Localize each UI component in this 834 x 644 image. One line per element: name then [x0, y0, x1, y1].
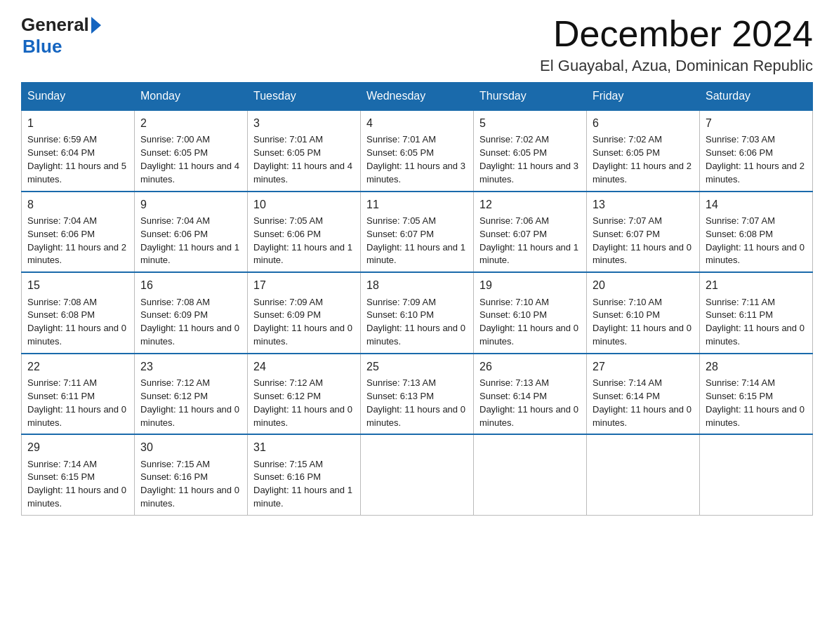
day-number: 26	[479, 358, 581, 375]
sunset-text: Sunset: 6:16 PM	[253, 471, 321, 482]
calendar-week-4: 22Sunrise: 7:11 AMSunset: 6:11 PMDayligh…	[22, 354, 813, 435]
day-number: 27	[593, 358, 694, 375]
calendar-cell: 8Sunrise: 7:04 AMSunset: 6:06 PMDaylight…	[22, 192, 135, 273]
day-number: 13	[593, 196, 694, 213]
sunset-text: Sunset: 6:07 PM	[366, 229, 434, 239]
sunrise-text: Sunrise: 7:01 AM	[253, 134, 323, 145]
sunrise-text: Sunrise: 7:05 AM	[366, 215, 436, 226]
sunrise-text: Sunrise: 7:07 AM	[706, 215, 775, 226]
sunrise-text: Sunrise: 7:09 AM	[366, 297, 436, 307]
daylight-text: Daylight: 11 hours and 1 minute.	[366, 242, 465, 266]
calendar-cell: 23Sunrise: 7:12 AMSunset: 6:12 PMDayligh…	[135, 354, 248, 435]
daylight-text: Daylight: 11 hours and 0 minutes.	[27, 404, 126, 428]
sunrise-text: Sunrise: 7:07 AM	[593, 215, 662, 226]
day-number: 14	[706, 196, 807, 213]
day-number: 3	[253, 115, 355, 131]
daylight-text: Daylight: 11 hours and 1 minute.	[253, 242, 352, 266]
daylight-text: Daylight: 11 hours and 0 minutes.	[593, 404, 691, 428]
daylight-text: Daylight: 11 hours and 0 minutes.	[706, 323, 805, 347]
daylight-text: Daylight: 11 hours and 0 minutes.	[27, 323, 126, 347]
calendar-cell	[474, 434, 587, 515]
col-friday: Friday	[587, 83, 700, 111]
daylight-text: Daylight: 11 hours and 0 minutes.	[140, 404, 239, 428]
day-number: 5	[479, 115, 581, 131]
daylight-text: Daylight: 11 hours and 0 minutes.	[366, 323, 465, 347]
calendar-cell: 5Sunrise: 7:02 AMSunset: 6:05 PMDaylight…	[474, 110, 587, 192]
column-header-row: Sunday Monday Tuesday Wednesday Thursday…	[22, 83, 813, 111]
col-monday: Monday	[135, 83, 248, 111]
calendar-cell: 3Sunrise: 7:01 AMSunset: 6:05 PMDaylight…	[248, 110, 361, 192]
calendar-week-1: 1Sunrise: 6:59 AMSunset: 6:04 PMDaylight…	[22, 110, 813, 192]
daylight-text: Daylight: 11 hours and 0 minutes.	[593, 242, 691, 266]
day-number: 12	[479, 196, 581, 213]
col-thursday: Thursday	[474, 83, 587, 111]
sunset-text: Sunset: 6:05 PM	[479, 147, 547, 158]
day-number: 11	[366, 196, 468, 213]
calendar-cell: 11Sunrise: 7:05 AMSunset: 6:07 PMDayligh…	[361, 192, 474, 273]
calendar-cell: 13Sunrise: 7:07 AMSunset: 6:07 PMDayligh…	[587, 192, 700, 273]
sunrise-text: Sunrise: 7:13 AM	[366, 377, 436, 388]
calendar-cell: 20Sunrise: 7:10 AMSunset: 6:10 PMDayligh…	[587, 272, 700, 354]
sunrise-text: Sunrise: 7:14 AM	[593, 377, 662, 388]
daylight-text: Daylight: 11 hours and 2 minutes.	[706, 161, 805, 185]
day-number: 21	[706, 277, 807, 293]
logo-general: General	[21, 14, 89, 36]
sunrise-text: Sunrise: 7:11 AM	[706, 297, 775, 307]
calendar-cell: 2Sunrise: 7:00 AMSunset: 6:05 PMDaylight…	[135, 110, 248, 192]
sunset-text: Sunset: 6:08 PM	[706, 229, 773, 239]
sunrise-text: Sunrise: 7:08 AM	[27, 297, 97, 307]
sunrise-text: Sunrise: 7:09 AM	[253, 297, 323, 307]
sunset-text: Sunset: 6:11 PM	[706, 309, 773, 320]
sunrise-text: Sunrise: 7:06 AM	[479, 215, 549, 226]
sunset-text: Sunset: 6:13 PM	[366, 391, 434, 401]
sunset-text: Sunset: 6:14 PM	[593, 391, 660, 401]
day-number: 28	[706, 358, 807, 375]
day-number: 22	[27, 358, 128, 375]
day-number: 19	[479, 277, 581, 293]
sunrise-text: Sunrise: 7:12 AM	[253, 377, 323, 388]
sunrise-text: Sunrise: 7:10 AM	[593, 297, 662, 307]
calendar-cell: 19Sunrise: 7:10 AMSunset: 6:10 PMDayligh…	[474, 272, 587, 354]
sunset-text: Sunset: 6:06 PM	[253, 229, 321, 239]
sunrise-text: Sunrise: 7:03 AM	[706, 134, 775, 145]
daylight-text: Daylight: 11 hours and 0 minutes.	[140, 323, 239, 347]
daylight-text: Daylight: 11 hours and 3 minutes.	[366, 161, 465, 185]
calendar-cell: 27Sunrise: 7:14 AMSunset: 6:14 PMDayligh…	[587, 354, 700, 435]
sunset-text: Sunset: 6:09 PM	[253, 309, 321, 320]
day-number: 18	[366, 277, 468, 293]
sunset-text: Sunset: 6:16 PM	[140, 471, 208, 482]
day-number: 4	[366, 115, 468, 131]
calendar-cell: 18Sunrise: 7:09 AMSunset: 6:10 PMDayligh…	[361, 272, 474, 354]
logo-blue-text: Blue	[22, 36, 101, 58]
daylight-text: Daylight: 11 hours and 0 minutes.	[253, 323, 352, 347]
sunset-text: Sunset: 6:14 PM	[479, 391, 547, 401]
calendar-cell: 10Sunrise: 7:05 AMSunset: 6:06 PMDayligh…	[248, 192, 361, 273]
sunset-text: Sunset: 6:05 PM	[593, 147, 660, 158]
day-number: 16	[140, 277, 241, 293]
day-number: 15	[27, 277, 128, 293]
sunrise-text: Sunrise: 6:59 AM	[27, 134, 97, 145]
calendar-cell: 4Sunrise: 7:01 AMSunset: 6:05 PMDaylight…	[361, 110, 474, 192]
daylight-text: Daylight: 11 hours and 3 minutes.	[479, 161, 578, 185]
sunset-text: Sunset: 6:06 PM	[27, 229, 95, 239]
sunset-text: Sunset: 6:15 PM	[706, 391, 773, 401]
daylight-text: Daylight: 11 hours and 0 minutes.	[27, 485, 126, 509]
calendar-cell: 15Sunrise: 7:08 AMSunset: 6:08 PMDayligh…	[22, 272, 135, 354]
day-number: 9	[140, 196, 241, 213]
day-number: 10	[253, 196, 355, 213]
calendar-cell	[361, 434, 474, 515]
sunrise-text: Sunrise: 7:02 AM	[593, 134, 662, 145]
sunrise-text: Sunrise: 7:10 AM	[479, 297, 549, 307]
calendar-cell: 6Sunrise: 7:02 AMSunset: 6:05 PMDaylight…	[587, 110, 700, 192]
sunset-text: Sunset: 6:12 PM	[253, 391, 321, 401]
sunrise-text: Sunrise: 7:01 AM	[366, 134, 436, 145]
calendar-cell	[587, 434, 700, 515]
calendar-cell: 1Sunrise: 6:59 AMSunset: 6:04 PMDaylight…	[22, 110, 135, 192]
col-sunday: Sunday	[22, 83, 135, 111]
day-number: 7	[706, 115, 807, 131]
month-title: December 2024	[540, 14, 813, 54]
daylight-text: Daylight: 11 hours and 0 minutes.	[479, 323, 578, 347]
calendar-cell: 30Sunrise: 7:15 AMSunset: 6:16 PMDayligh…	[135, 434, 248, 515]
calendar-cell: 7Sunrise: 7:03 AMSunset: 6:06 PMDaylight…	[700, 110, 813, 192]
daylight-text: Daylight: 11 hours and 0 minutes.	[706, 242, 805, 266]
